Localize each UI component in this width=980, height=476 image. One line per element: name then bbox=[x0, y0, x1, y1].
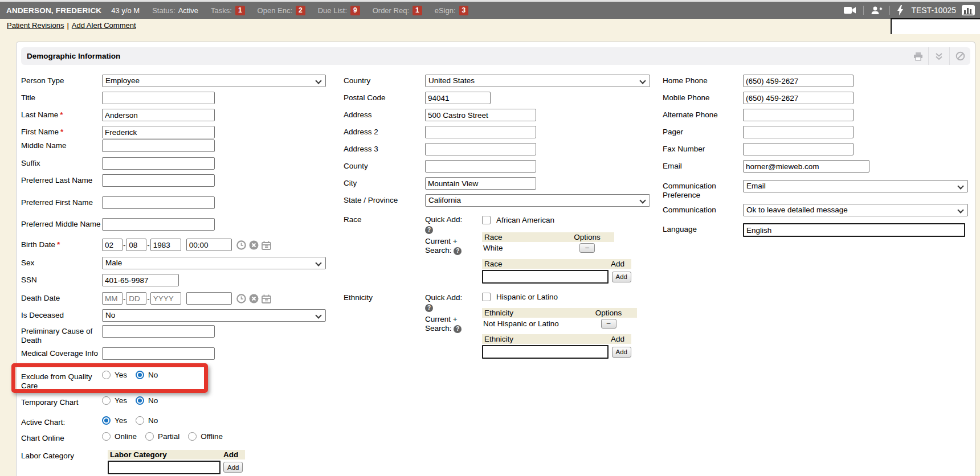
calendar-icon[interactable] bbox=[262, 241, 271, 252]
labor-category-add-button[interactable]: Add bbox=[223, 462, 243, 473]
field-row-pager: Pager bbox=[663, 126, 980, 138]
labor-category-input[interactable] bbox=[108, 461, 220, 474]
preferred-last-input[interactable] bbox=[102, 174, 215, 187]
add-alert-comment-link[interactable]: Add Alert Comment bbox=[72, 21, 136, 30]
open-enc-count-badge[interactable]: 2 bbox=[296, 6, 305, 15]
disable-circle-slash-icon[interactable] bbox=[950, 47, 970, 65]
lightning-icon[interactable] bbox=[897, 5, 904, 15]
field-row-person-type: Person Type Employee bbox=[21, 75, 339, 87]
death-year-input[interactable] bbox=[150, 292, 181, 305]
field-row-fax-number: Fax Number bbox=[663, 143, 980, 155]
exclude-quality-no-radio[interactable] bbox=[136, 371, 144, 379]
county-input[interactable] bbox=[425, 160, 536, 173]
temporary-chart-yes-radio[interactable] bbox=[102, 396, 111, 405]
remove-race-button[interactable]: – bbox=[579, 243, 595, 253]
video-camera-icon[interactable] bbox=[844, 6, 856, 14]
comm-preference-value: Email bbox=[746, 182, 766, 190]
due-list-count-badge[interactable]: 9 bbox=[350, 6, 360, 15]
death-month-input[interactable] bbox=[102, 292, 122, 305]
address2-input[interactable] bbox=[425, 126, 536, 138]
city-input[interactable] bbox=[425, 177, 536, 190]
birth-time-input[interactable] bbox=[186, 239, 232, 251]
field-row-ssn: SSN bbox=[21, 274, 339, 286]
email-input[interactable] bbox=[743, 160, 869, 173]
collapse-double-chevron-icon[interactable] bbox=[929, 47, 949, 65]
sex-label: Sex bbox=[21, 257, 102, 268]
fax-number-input[interactable] bbox=[743, 143, 854, 155]
options-column-header: Options bbox=[560, 233, 614, 241]
medical-coverage-input[interactable] bbox=[102, 347, 215, 360]
clear-date-icon[interactable] bbox=[249, 240, 259, 252]
required-asterisk: * bbox=[57, 240, 60, 249]
help-icon[interactable]: ? bbox=[425, 226, 433, 234]
remove-ethnicity-button[interactable]: – bbox=[601, 319, 616, 329]
suffix-input[interactable] bbox=[102, 157, 215, 170]
chart-online-online-radio[interactable] bbox=[102, 432, 111, 441]
comm-preference-select[interactable]: Email bbox=[743, 180, 968, 192]
first-name-input[interactable] bbox=[102, 126, 215, 138]
patient-revisions-link[interactable]: Patient Revisions bbox=[7, 21, 64, 30]
african-american-checkbox[interactable] bbox=[482, 216, 491, 224]
title-input[interactable] bbox=[102, 92, 215, 104]
preferred-middle-input[interactable] bbox=[102, 218, 215, 231]
birth-year-input[interactable] bbox=[150, 239, 181, 251]
communication-select[interactable]: Ok to leave detailed message bbox=[743, 204, 968, 216]
race-add-input[interactable] bbox=[482, 270, 609, 284]
ethnicity-table-header: Ethnicity Options bbox=[482, 308, 637, 318]
death-day-input[interactable] bbox=[126, 292, 146, 305]
birth-month-input[interactable] bbox=[102, 239, 122, 251]
death-time-input[interactable] bbox=[186, 292, 232, 305]
clock-icon[interactable] bbox=[236, 240, 246, 252]
help-icon[interactable]: ? bbox=[454, 247, 462, 255]
preferred-first-input[interactable] bbox=[102, 196, 215, 209]
order-req-count-badge[interactable]: 1 bbox=[413, 6, 422, 15]
ethnicity-add-input[interactable] bbox=[482, 345, 609, 359]
person-type-label: Person Type bbox=[21, 75, 102, 85]
exclude-quality-yes-radio[interactable] bbox=[102, 371, 111, 379]
hispanic-latino-checkbox[interactable] bbox=[482, 293, 491, 301]
alternate-phone-input[interactable] bbox=[743, 109, 854, 121]
postal-code-input[interactable] bbox=[425, 92, 491, 104]
date-separator: - bbox=[123, 292, 125, 303]
address3-input[interactable] bbox=[425, 143, 536, 155]
chart-online-partial-radio[interactable] bbox=[145, 432, 154, 441]
chart-online-offline-radio[interactable] bbox=[188, 432, 197, 441]
prelim-cause-input[interactable] bbox=[102, 325, 215, 338]
ssn-input[interactable] bbox=[102, 274, 179, 286]
preferred-last-label: Preferred Last Name bbox=[21, 174, 102, 185]
is-deceased-select[interactable]: No bbox=[102, 309, 326, 322]
address-input[interactable] bbox=[425, 109, 536, 121]
clear-date-icon[interactable] bbox=[249, 294, 259, 306]
active-chart-no-radio[interactable] bbox=[136, 416, 144, 425]
bar-chart-icon[interactable] bbox=[961, 5, 975, 16]
pager-input[interactable] bbox=[743, 126, 854, 138]
last-name-input[interactable] bbox=[102, 109, 215, 121]
radio-option-label: Partial bbox=[158, 432, 179, 441]
clock-icon[interactable] bbox=[236, 294, 246, 306]
temporary-chart-no-radio[interactable] bbox=[136, 396, 144, 405]
sex-select[interactable]: Male bbox=[102, 257, 326, 269]
esign-count-badge[interactable]: 3 bbox=[459, 6, 469, 15]
help-icon[interactable]: ? bbox=[454, 325, 462, 333]
race-add-button[interactable]: Add bbox=[612, 272, 631, 282]
birth-day-input[interactable] bbox=[126, 239, 146, 251]
tasks-count-badge[interactable]: 1 bbox=[235, 6, 245, 15]
ethnicity-add-button[interactable]: Add bbox=[612, 347, 631, 358]
calendar-icon[interactable] bbox=[262, 294, 271, 306]
language-input[interactable] bbox=[743, 223, 965, 237]
state-value: California bbox=[428, 196, 461, 204]
active-chart-yes-radio[interactable] bbox=[102, 416, 111, 425]
print-icon[interactable] bbox=[908, 47, 928, 65]
mobile-phone-input[interactable] bbox=[743, 92, 854, 104]
field-row-city: City bbox=[344, 177, 663, 190]
person-add-icon[interactable] bbox=[871, 6, 883, 15]
middle-name-label: Middle Name bbox=[21, 139, 102, 150]
state-select[interactable]: California bbox=[425, 194, 650, 207]
active-chart-yes-option: Yes bbox=[102, 416, 127, 425]
race-current-table: Race Options White – bbox=[482, 232, 614, 253]
middle-name-input[interactable] bbox=[102, 139, 215, 152]
help-icon[interactable]: ? bbox=[425, 304, 433, 312]
person-type-select[interactable]: Employee bbox=[102, 75, 326, 87]
country-select[interactable]: United States bbox=[425, 75, 650, 87]
home-phone-input[interactable] bbox=[743, 75, 854, 87]
